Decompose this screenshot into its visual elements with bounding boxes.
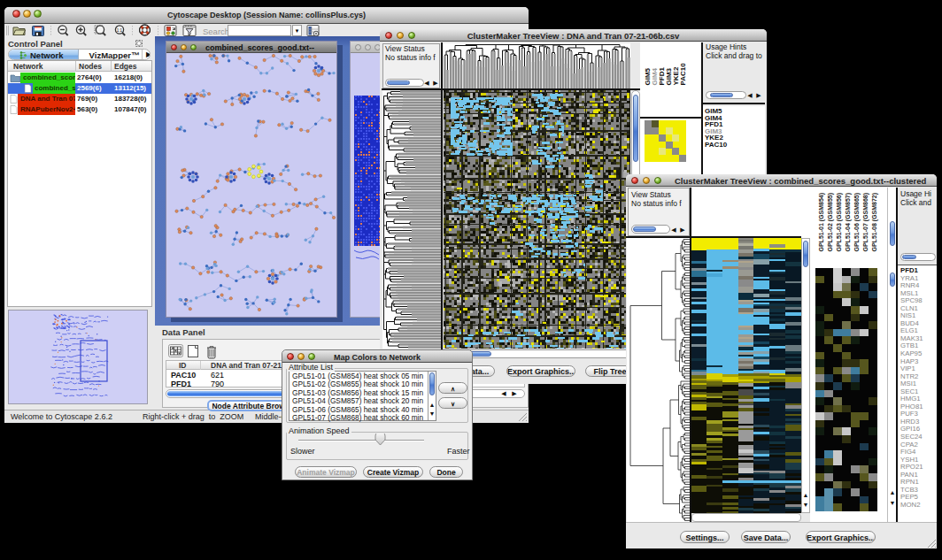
svg-text:1:1: 1:1 <box>117 28 123 33</box>
